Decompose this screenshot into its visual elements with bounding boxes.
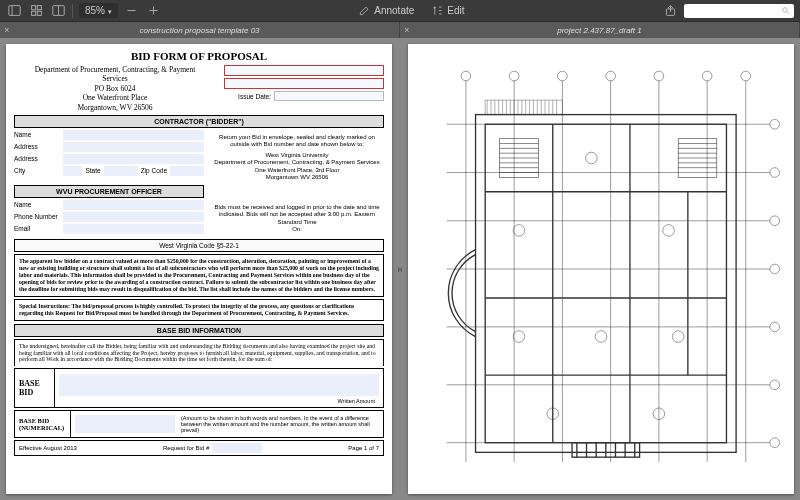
request-bid-input[interactable] xyxy=(212,443,262,453)
issue-date-label: Issue Date: xyxy=(238,93,271,100)
svg-rect-3 xyxy=(37,6,41,10)
name-input[interactable] xyxy=(63,130,204,140)
grid-view-icon[interactable] xyxy=(28,3,44,19)
svg-point-24 xyxy=(702,71,712,81)
svg-point-73 xyxy=(513,331,525,343)
form-page: BID FORM OF PROPOSAL Department of Procu… xyxy=(6,44,392,494)
page-footer: Effective August 2013 Request for Bid # … xyxy=(14,440,384,456)
officer-name-input[interactable] xyxy=(63,200,204,210)
svg-point-26 xyxy=(770,119,780,129)
right-pane xyxy=(402,38,800,500)
contractor-form: Name Address Address City State Zip Code xyxy=(14,130,204,182)
basebid-header: BASE BID INFORMATION xyxy=(14,324,384,337)
dept-block: Department of Procurement, Contracting, … xyxy=(14,65,216,112)
num-note: (Amount to be shown in both words and nu… xyxy=(181,415,379,433)
issue-date-input[interactable] xyxy=(274,91,384,101)
svg-point-70 xyxy=(513,225,525,237)
close-icon[interactable]: × xyxy=(4,25,9,35)
zip-input[interactable] xyxy=(170,166,204,176)
blueprint-drawing[interactable] xyxy=(408,44,794,494)
zoom-in-icon[interactable] xyxy=(146,3,162,19)
tab-bar: ×construction proposal template 03 ×proj… xyxy=(0,22,800,38)
svg-rect-47 xyxy=(476,115,737,453)
close-icon[interactable]: × xyxy=(404,25,409,35)
svg-point-71 xyxy=(586,152,598,164)
form-input[interactable] xyxy=(224,65,384,76)
svg-rect-2 xyxy=(31,6,35,10)
svg-point-72 xyxy=(663,225,675,237)
svg-line-18 xyxy=(787,12,789,14)
svg-point-21 xyxy=(558,71,568,81)
svg-point-32 xyxy=(770,438,780,448)
svg-point-28 xyxy=(770,216,780,226)
svg-point-74 xyxy=(595,331,607,343)
zoom-out-icon[interactable] xyxy=(124,3,140,19)
edit-button[interactable]: Edit xyxy=(426,5,470,16)
code-bar: West Virginia Code §5-22-1 xyxy=(14,239,384,252)
written-amount-label: Written Amount xyxy=(59,398,379,404)
effective-date: Effective August 2013 xyxy=(19,445,77,451)
svg-point-19 xyxy=(461,71,471,81)
svg-rect-5 xyxy=(37,11,41,15)
separator xyxy=(72,4,73,18)
zoom-level[interactable]: 85% ▾ xyxy=(79,3,118,18)
svg-point-31 xyxy=(770,380,780,390)
svg-point-30 xyxy=(770,322,780,332)
deadline-text: Bids must be received and logged in prio… xyxy=(210,200,384,236)
numerical-amount-input[interactable] xyxy=(75,415,175,433)
share-icon[interactable] xyxy=(662,3,678,19)
svg-point-23 xyxy=(654,71,664,81)
svg-point-75 xyxy=(672,331,684,343)
contractor-header: CONTRACTOR ("BIDDER") xyxy=(14,115,384,128)
svg-point-25 xyxy=(741,71,751,81)
address-input[interactable] xyxy=(63,142,204,152)
state-input[interactable] xyxy=(104,166,138,176)
legal-para1: The apparent low bidder on a contract va… xyxy=(14,254,384,297)
officer-header: WVU PROCUREMENT OFFICER xyxy=(14,185,204,198)
svg-point-20 xyxy=(509,71,519,81)
list-view-icon[interactable] xyxy=(50,3,66,19)
workspace: BID FORM OF PROPOSAL Department of Procu… xyxy=(0,38,800,500)
base-bid-row: BASEBID Written Amount xyxy=(14,368,384,408)
form-input[interactable] xyxy=(224,78,384,89)
search-input[interactable] xyxy=(684,4,794,18)
svg-point-22 xyxy=(606,71,616,81)
header-fields: Issue Date: xyxy=(224,65,384,112)
officer-form: Name Phone Number Email xyxy=(14,200,204,236)
address2-input[interactable] xyxy=(63,154,204,164)
annotate-button[interactable]: Annotate xyxy=(353,5,420,16)
page-title: BID FORM OF PROPOSAL xyxy=(14,50,384,62)
svg-rect-48 xyxy=(485,124,726,442)
sidebar-toggle-icon[interactable] xyxy=(6,3,22,19)
base-bid-numerical-row: BASE BID (NUMERICAL) (Amount to be shown… xyxy=(14,410,384,438)
basebid-intro: The undersigned, hereinafter call the Bi… xyxy=(14,339,384,367)
top-toolbar: 85% ▾ Annotate Edit xyxy=(0,0,800,22)
svg-point-27 xyxy=(770,168,780,178)
svg-rect-4 xyxy=(31,11,35,15)
pager: Page 1 of 7 xyxy=(348,445,379,451)
phone-input[interactable] xyxy=(63,212,204,222)
svg-rect-0 xyxy=(8,6,19,16)
tab-right[interactable]: ×project 2.437.87_draft 1 xyxy=(400,22,800,38)
written-amount-input[interactable] xyxy=(59,374,379,396)
legal-para1b: Special Instructions: The bid/proposal p… xyxy=(14,299,384,321)
left-pane: BID FORM OF PROPOSAL Department of Procu… xyxy=(0,38,398,500)
email-input[interactable] xyxy=(63,224,204,234)
tab-left[interactable]: ×construction proposal template 03 xyxy=(0,22,400,38)
svg-point-29 xyxy=(770,264,780,274)
city-input[interactable] xyxy=(63,166,82,176)
return-instructions: Return your Bid in envelope, sealed and … xyxy=(210,130,384,182)
svg-point-17 xyxy=(783,8,788,13)
